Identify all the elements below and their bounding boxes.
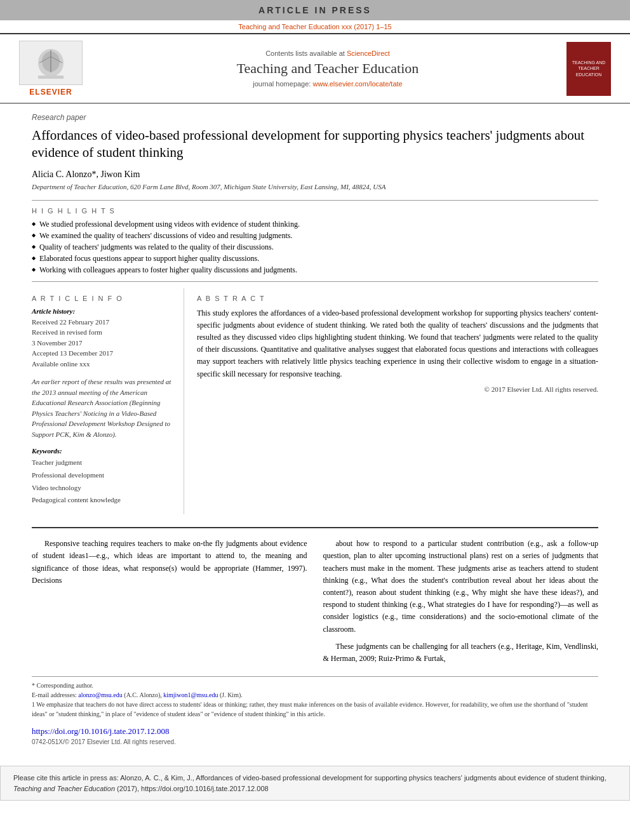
journal-cover-image: TEACHING AND TEACHER EDUCATION	[566, 42, 611, 96]
history-line-3: Accepted 13 December 2017	[32, 348, 174, 359]
keyword-item: Video technology	[32, 482, 174, 495]
keyword-item: Professional development	[32, 469, 174, 482]
paper-title: Affordances of video-based professional …	[32, 127, 598, 162]
abstract-text: This study explores the affordances of a…	[197, 307, 598, 380]
affiliation: Department of Teacher Education, 620 Far…	[32, 183, 598, 190]
journal-title: Teaching and Teacher Education	[95, 60, 560, 77]
corresponding-author-note: * Corresponding author.	[32, 681, 598, 690]
elsevier-tree-image	[19, 41, 83, 85]
list-item: Working with colleagues appears to foste…	[32, 265, 598, 275]
email2-link[interactable]: kimjiwon1@msu.edu	[163, 691, 218, 698]
keywords-list: Teacher judgment Professional developmen…	[32, 457, 174, 507]
body-columns: Responsive teaching requires teachers to…	[32, 538, 598, 670]
list-item: Quality of teachers' judgments was relat…	[32, 243, 598, 252]
journal-center-info: Contents lists available at ScienceDirec…	[95, 50, 560, 88]
article-info-heading: A R T I C L E I N F O	[32, 295, 174, 302]
divider-highlights-bottom	[32, 281, 598, 282]
citation-bar: Please cite this article in press as: Al…	[0, 766, 630, 801]
highlights-list: We studied professional development usin…	[32, 220, 598, 275]
keyword-item: Pedagogical content knowledge	[32, 494, 174, 507]
authors: Alicia C. Alonzo*, Jiwon Kim	[32, 170, 598, 180]
abstract-column: A B S T R A C T This study explores the …	[197, 288, 598, 515]
highlights-heading: H I G H L I G H T S	[32, 207, 598, 215]
history-line-0: Received 22 February 2017	[32, 317, 174, 328]
conference-note: An earlier report of these results was p…	[32, 377, 174, 439]
article-info-column: A R T I C L E I N F O Article history: R…	[32, 288, 184, 515]
keywords-block: Keywords: Teacher judgment Professional …	[32, 447, 174, 507]
doi-link[interactable]: https://doi.org/10.1016/j.tate.2017.12.0…	[32, 726, 169, 736]
journal-top-section: ELSEVIER Contents lists available at Sci…	[0, 33, 630, 103]
history-line-2: 3 November 2017	[32, 338, 174, 349]
body-section: Responsive teaching requires teachers to…	[32, 527, 598, 747]
abstract-heading: A B S T R A C T	[197, 295, 598, 302]
footnote1-text: 1 We emphasize that teachers do not have…	[32, 700, 598, 719]
body-paragraph-2: about how to respond to a particular stu…	[323, 538, 599, 636]
issn-text: 0742-051X/© 2017 Elsevier Ltd. All right…	[32, 738, 176, 745]
list-item: We studied professional development usin…	[32, 220, 598, 229]
journal-cover: TEACHING AND TEACHER EDUCATION	[566, 42, 617, 96]
main-content: Research paper Affordances of video-base…	[0, 103, 630, 756]
article-info-abstract-section: A R T I C L E I N F O Article history: R…	[32, 288, 598, 515]
citation-journal-italic: Teaching and Teacher Education	[13, 785, 115, 792]
sciencedirect-link[interactable]: ScienceDirect	[347, 50, 390, 57]
keywords-label: Keywords:	[32, 447, 174, 455]
journal-homepage-link[interactable]: www.elsevier.com/locate/tate	[312, 80, 402, 88]
body-paragraph-1: Responsive teaching requires teachers to…	[32, 538, 307, 587]
journal-homepage: journal homepage: www.elsevier.com/locat…	[95, 80, 560, 88]
conference-note-block: An earlier report of these results was p…	[32, 377, 174, 439]
abstract-copyright: © 2017 Elsevier Ltd. All rights reserved…	[197, 385, 598, 393]
history-line-1: Received in revised form	[32, 327, 174, 338]
article-history-block: Article history: Received 22 February 20…	[32, 307, 174, 370]
body-right-column: about how to respond to a particular stu…	[323, 538, 599, 670]
doi-block: https://doi.org/10.1016/j.tate.2017.12.0…	[32, 726, 598, 747]
journal-citation-header: Teaching and Teacher Education xxx (2017…	[0, 20, 630, 33]
list-item: We examined the quality of teachers' dis…	[32, 231, 598, 241]
email-line: E-mail addresses: alonzo@msu.edu (A.C. A…	[32, 690, 598, 700]
article-type-label: Research paper	[32, 113, 598, 122]
history-line-4: Available online xxx	[32, 359, 174, 370]
history-label: Article history:	[32, 307, 174, 315]
svg-rect-6	[38, 76, 64, 79]
article-in-press-banner: ARTICLE IN PRESS	[0, 0, 630, 20]
body-left-column: Responsive teaching requires teachers to…	[32, 538, 307, 670]
contents-available: Contents lists available at ScienceDirec…	[95, 50, 560, 57]
footnote-section: * Corresponding author. E-mail addresses…	[32, 676, 598, 719]
list-item: Elaborated focus questions appear to sup…	[32, 254, 598, 263]
elsevier-label: ELSEVIER	[29, 88, 72, 97]
elsevier-logo: ELSEVIER	[13, 41, 89, 97]
divider-highlights-top	[32, 200, 598, 201]
body-paragraph-3: These judgments can be challenging for a…	[323, 641, 599, 665]
email1-link[interactable]: alonzo@msu.edu	[78, 691, 122, 698]
keyword-item: Teacher judgment	[32, 457, 174, 469]
